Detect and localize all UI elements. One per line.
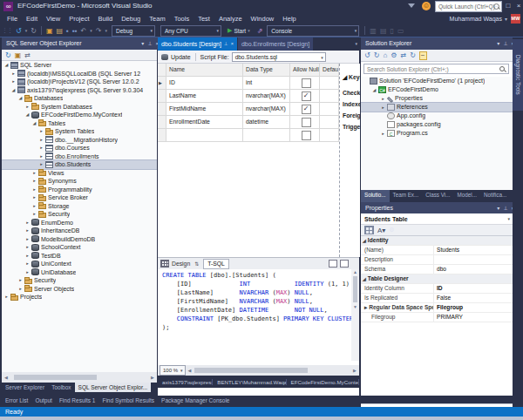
solution-item-references[interactable]: ▸References (361, 103, 513, 112)
sqlox-item-views[interactable]: ▸Views (2, 169, 157, 178)
menu-item-debug[interactable]: Debug (117, 13, 145, 24)
navigate-back-icon[interactable]: ↺ (364, 51, 370, 59)
sqlox-item-projects[interactable]: ▸Projects (2, 293, 157, 301)
scroll-right-icon[interactable]: ▶ (148, 375, 157, 380)
close-icon[interactable]: × (231, 37, 234, 51)
context-pane-foreign-keys[interactable]: Foreign Keys (340, 112, 360, 119)
checkbox-unchecked[interactable] (302, 118, 311, 127)
chevron-collapsed-icon[interactable]: ▸ (24, 219, 31, 227)
cell-name[interactable]: ID (166, 77, 243, 90)
chevron-collapsed-icon[interactable]: ▸ (38, 144, 44, 152)
right-tab-solutio[interactable]: Solutio... (361, 190, 390, 202)
scrollbar-thumb[interactable] (14, 375, 97, 380)
property-row-name[interactable]: (Name)Students (361, 246, 513, 255)
sqlox-item-schoolcontext[interactable]: ▸SchoolContext (2, 243, 157, 252)
checkbox-unchecked[interactable] (302, 131, 311, 140)
menu-item-team[interactable]: Team (145, 13, 169, 24)
chevron-collapsed-icon[interactable]: ▸ (17, 276, 24, 285)
chevron-collapsed-icon[interactable]: ▸ (24, 268, 31, 277)
property-value[interactable]: Filegroup (434, 303, 513, 312)
sqlox-item-server-objects[interactable]: ▸Server Objects (2, 285, 157, 294)
menu-item-build[interactable]: Build (94, 13, 118, 24)
script-file-dropdown[interactable]: dbo.Students.sql ▾ (232, 52, 326, 62)
attach-process-icon[interactable]: ⇗ (257, 27, 263, 35)
chevron-collapsed-icon[interactable]: ▸ (24, 260, 31, 268)
chevron-down-icon[interactable]: ▾ (25, 28, 28, 33)
solution-configuration-dropdown[interactable]: Debug ▾ (112, 25, 155, 37)
chevron-collapsed-icon[interactable]: ▸ (24, 243, 31, 252)
toolbar-drag-handle[interactable]: ⋮⋮ (2, 27, 12, 34)
right-tab-notifica[interactable]: Notifica... (480, 190, 510, 202)
sqlox-horizontal-scrollbar[interactable]: ◀ ▶ (2, 372, 157, 383)
comment-icon[interactable]: ▤ (380, 27, 387, 35)
scroll-down-icon[interactable]: ▼ (351, 304, 359, 309)
sqlox-item-service-broker[interactable]: ▸Service Broker (2, 193, 157, 202)
property-value[interactable]: Students (434, 246, 513, 254)
cell-default[interactable] (320, 90, 339, 103)
categorized-icon[interactable] (364, 226, 374, 234)
redo-icon[interactable]: ↷ (96, 27, 102, 35)
undo-icon[interactable]: ↶ (81, 27, 87, 35)
chevron-expanded-icon[interactable]: ◢ (24, 111, 31, 119)
right-tab-team-ex[interactable]: Team Ex... (390, 190, 423, 202)
bottom-tab-find-results-1[interactable]: Find Results 1 (56, 396, 99, 407)
sqlox-item-synonyms[interactable]: ▸Synonyms (2, 177, 157, 186)
sqlox-item-databases[interactable]: ◢Databases (2, 94, 157, 103)
context-pane-check-constraints[interactable]: Check Constraints (340, 90, 360, 96)
chevron-collapsed-icon[interactable]: ▸ (31, 186, 37, 194)
scroll-left-icon[interactable]: ◀ (2, 375, 10, 380)
home-icon[interactable]: ⌂ (383, 51, 387, 59)
property-value[interactable]: ID (434, 284, 513, 293)
chevron-collapsed-icon[interactable]: ▸ (24, 235, 31, 244)
sqlox-item-testdb[interactable]: ▸TestDB (2, 252, 157, 261)
maximize-button[interactable]: □ (503, 0, 513, 12)
dock-tab-sql-server-object-explor[interactable]: SQL Server Object Explor... (75, 383, 152, 392)
doc-tab-dbo-enrollments-design[interactable]: dbo.Enrollments [Design] (238, 37, 313, 51)
chevron-expanded-icon[interactable]: ◢ (3, 61, 10, 70)
sqlox-item-dbo-courses[interactable]: ▸dbo.Courses (2, 144, 157, 152)
chevron-down-icon[interactable]: ▾ (497, 202, 499, 214)
sqlox-item-axis13797-sqlexpress-sql-server-9-0-304[interactable]: ◢axis13797\sqlexpress (SQL Server 9.0.30… (2, 86, 157, 95)
solution-item-program-cs[interactable]: ▸CProgram.cs (361, 129, 513, 138)
menu-item-tools[interactable]: Tools (170, 13, 194, 24)
grid-row-id[interactable]: ▶IDint (158, 77, 339, 90)
cell-default[interactable] (320, 129, 339, 142)
chevron-collapsed-icon[interactable]: ▸ (380, 129, 386, 138)
property-pages-icon[interactable]: ⚙ (389, 227, 394, 234)
grid-row-lastname[interactable]: LastNamenvarchar(MAX)✓ (158, 90, 339, 103)
refresh-icon[interactable]: ↻ (5, 51, 11, 59)
cell-data-type[interactable]: nvarchar(MAX) (243, 103, 290, 116)
chevron-collapsed-icon[interactable]: ▸ (31, 210, 37, 219)
sqlox-item-localdb-mssqllocaldb-sql-server-12[interactable]: ▸(localdb)\MSSQLLocalDB (SQL Server 12 (2, 70, 157, 78)
feedback-filter-icon[interactable] (408, 3, 415, 8)
menu-item-project[interactable]: Project (65, 13, 93, 24)
minimize-button[interactable]: – (492, 0, 502, 12)
chevron-collapsed-icon[interactable]: ▸ (24, 227, 31, 235)
solution-item-solution-efcodefirstdemo-1-project[interactable]: Solution 'EFCodeFirstDemo' (1 project) (361, 77, 513, 85)
property-value[interactable]: False (434, 294, 513, 302)
cell-data-type[interactable]: nvarchar(MAX) (243, 90, 290, 103)
menu-item-edit[interactable]: Edit (22, 13, 42, 24)
split-pane-icon[interactable]: ⇅ (194, 261, 199, 267)
code-vertical-scrollbar[interactable]: ▲ ▼ (351, 269, 359, 361)
pin-icon[interactable]: ⊥ (147, 37, 152, 50)
feedback-smiley-icon[interactable]: ☺ (422, 2, 431, 10)
code-horizontal-scrollbar[interactable]: 100 % ▾ ◀ ▶ (158, 365, 359, 376)
chevron-expanded-icon[interactable]: ◢ (17, 94, 24, 103)
context-pane-triggers[interactable]: Triggers (340, 124, 360, 130)
editor-zoom-dropdown[interactable]: 100 % ▾ (160, 365, 186, 376)
cell-data-type[interactable]: int (243, 77, 290, 90)
cell-default[interactable] (320, 103, 339, 116)
cell-default[interactable] (320, 77, 339, 90)
sqlox-item-system-databases[interactable]: ▸System Databases (2, 103, 157, 112)
property-group-identity[interactable]: ◢Identity (361, 236, 513, 246)
sqlox-item-inheritancedb[interactable]: ▸InheritanceDB (2, 227, 157, 235)
dock-tab-server-explorer[interactable]: Server Explorer (2, 383, 48, 392)
property-row-identity-column[interactable]: Identity ColumnID (361, 284, 513, 294)
update-button[interactable]: Update (171, 54, 191, 60)
chevron-down-icon[interactable]: ▾ (141, 37, 144, 50)
navigate-forward-icon[interactable]: ↻ (374, 51, 380, 59)
checkbox-unchecked[interactable] (302, 78, 311, 88)
sqlox-item-storage[interactable]: ▸Storage (2, 202, 157, 211)
right-tab-model[interactable]: Model... (454, 190, 480, 202)
